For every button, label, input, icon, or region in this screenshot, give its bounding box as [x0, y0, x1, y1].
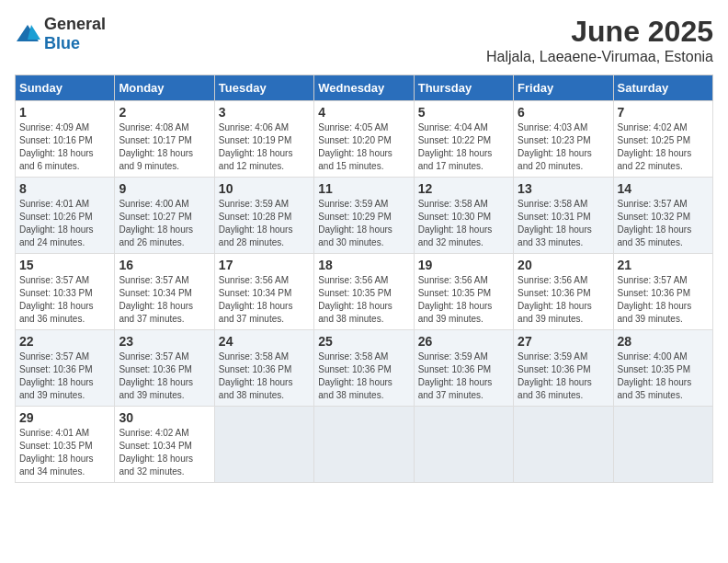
calendar-cell: 2Sunrise: 4:08 AMSunset: 10:17 PMDayligh… — [115, 101, 214, 178]
calendar-cell: 19Sunrise: 3:56 AMSunset: 10:35 PMDaylig… — [414, 254, 513, 330]
day-detail: Sunrise: 4:01 AMSunset: 10:26 PMDaylight… — [19, 198, 110, 249]
day-header-friday: Friday — [514, 75, 613, 101]
day-detail: Sunrise: 4:03 AMSunset: 10:23 PMDaylight… — [518, 121, 609, 173]
calendar-cell: 4Sunrise: 4:05 AMSunset: 10:20 PMDayligh… — [314, 101, 414, 178]
day-number: 25 — [318, 334, 409, 349]
day-header-sunday: Sunday — [16, 75, 115, 101]
day-detail: Sunrise: 3:57 AMSunset: 10:32 PMDaylight… — [618, 198, 709, 249]
calendar-cell: 7Sunrise: 4:02 AMSunset: 10:25 PMDayligh… — [613, 101, 712, 178]
main-title: June 2025 — [486, 15, 713, 49]
day-number: 21 — [618, 258, 709, 272]
day-number: 12 — [418, 181, 509, 196]
calendar-cell — [214, 407, 313, 483]
calendar-cell: 6Sunrise: 4:03 AMSunset: 10:23 PMDayligh… — [514, 101, 613, 178]
calendar-cell: 5Sunrise: 4:04 AMSunset: 10:22 PMDayligh… — [414, 101, 513, 178]
calendar-cell — [414, 407, 513, 483]
calendar-cell: 9Sunrise: 4:00 AMSunset: 10:27 PMDayligh… — [115, 178, 214, 254]
calendar-cell: 29Sunrise: 4:01 AMSunset: 10:35 PMDaylig… — [16, 407, 115, 483]
day-detail: Sunrise: 3:56 AMSunset: 10:35 PMDaylight… — [418, 274, 509, 326]
logo-icon — [15, 21, 40, 47]
day-number: 10 — [219, 181, 310, 196]
calendar-cell: 8Sunrise: 4:01 AMSunset: 10:26 PMDayligh… — [16, 178, 115, 254]
day-number: 23 — [119, 334, 210, 349]
calendar-cell: 3Sunrise: 4:06 AMSunset: 10:19 PMDayligh… — [214, 101, 313, 178]
day-number: 11 — [318, 181, 409, 196]
day-detail: Sunrise: 4:00 AMSunset: 10:27 PMDaylight… — [119, 198, 210, 249]
day-number: 19 — [418, 258, 509, 272]
calendar-cell: 10Sunrise: 3:59 AMSunset: 10:28 PMDaylig… — [214, 178, 313, 254]
calendar-cell: 1Sunrise: 4:09 AMSunset: 10:16 PMDayligh… — [16, 101, 115, 178]
day-number: 18 — [318, 258, 409, 272]
week-row-1: 1Sunrise: 4:09 AMSunset: 10:16 PMDayligh… — [16, 101, 713, 178]
day-number: 4 — [318, 105, 409, 120]
calendar-cell: 25Sunrise: 3:58 AMSunset: 10:36 PMDaylig… — [314, 330, 414, 407]
week-row-4: 22Sunrise: 3:57 AMSunset: 10:36 PMDaylig… — [16, 330, 713, 407]
calendar-cell: 27Sunrise: 3:59 AMSunset: 10:36 PMDaylig… — [514, 330, 613, 407]
day-detail: Sunrise: 3:57 AMSunset: 10:34 PMDaylight… — [119, 274, 210, 326]
day-detail: Sunrise: 4:08 AMSunset: 10:17 PMDaylight… — [119, 121, 210, 173]
day-detail: Sunrise: 3:56 AMSunset: 10:36 PMDaylight… — [518, 274, 609, 326]
day-detail: Sunrise: 3:58 AMSunset: 10:30 PMDaylight… — [418, 198, 509, 249]
day-number: 9 — [119, 181, 210, 196]
week-row-2: 8Sunrise: 4:01 AMSunset: 10:26 PMDayligh… — [16, 178, 713, 254]
day-detail: Sunrise: 4:02 AMSunset: 10:25 PMDaylight… — [618, 121, 709, 173]
calendar-cell: 20Sunrise: 3:56 AMSunset: 10:36 PMDaylig… — [514, 254, 613, 330]
day-number: 30 — [119, 410, 210, 425]
subtitle: Haljala, Laeaene-Virumaa, Estonia — [486, 49, 713, 65]
day-number: 7 — [618, 105, 709, 120]
logo-text: General Blue — [44, 15, 106, 53]
calendar-cell: 26Sunrise: 3:59 AMSunset: 10:36 PMDaylig… — [414, 330, 513, 407]
calendar-table: SundayMondayTuesdayWednesdayThursdayFrid… — [15, 75, 713, 483]
day-number: 15 — [19, 258, 110, 272]
day-number: 20 — [518, 258, 609, 272]
calendar-cell: 17Sunrise: 3:56 AMSunset: 10:34 PMDaylig… — [214, 254, 313, 330]
day-header-saturday: Saturday — [613, 75, 712, 101]
day-detail: Sunrise: 3:59 AMSunset: 10:36 PMDaylight… — [518, 350, 609, 402]
day-number: 27 — [518, 334, 609, 349]
day-number: 28 — [618, 334, 709, 349]
page-header: General Blue June 2025 Haljala, Laeaene-… — [15, 15, 713, 65]
day-number: 17 — [219, 258, 310, 272]
calendar-cell: 28Sunrise: 4:00 AMSunset: 10:35 PMDaylig… — [613, 330, 712, 407]
calendar-cell — [613, 407, 712, 483]
day-number: 24 — [219, 334, 310, 349]
day-detail: Sunrise: 4:02 AMSunset: 10:34 PMDaylight… — [119, 427, 210, 478]
day-header-monday: Monday — [115, 75, 214, 101]
day-detail: Sunrise: 3:59 AMSunset: 10:29 PMDaylight… — [318, 198, 409, 249]
calendar-cell: 21Sunrise: 3:57 AMSunset: 10:36 PMDaylig… — [613, 254, 712, 330]
calendar-cell: 15Sunrise: 3:57 AMSunset: 10:33 PMDaylig… — [16, 254, 115, 330]
calendar-cell: 14Sunrise: 3:57 AMSunset: 10:32 PMDaylig… — [613, 178, 712, 254]
day-number: 16 — [119, 258, 210, 272]
day-number: 22 — [19, 334, 110, 349]
calendar-cell: 22Sunrise: 3:57 AMSunset: 10:36 PMDaylig… — [16, 330, 115, 407]
day-detail: Sunrise: 4:06 AMSunset: 10:19 PMDaylight… — [219, 121, 310, 173]
day-detail: Sunrise: 3:58 AMSunset: 10:31 PMDaylight… — [518, 198, 609, 249]
calendar-cell: 18Sunrise: 3:56 AMSunset: 10:35 PMDaylig… — [314, 254, 414, 330]
day-number: 6 — [518, 105, 609, 120]
day-detail: Sunrise: 4:01 AMSunset: 10:35 PMDaylight… — [19, 427, 110, 478]
day-number: 29 — [19, 410, 110, 425]
calendar-cell: 23Sunrise: 3:57 AMSunset: 10:36 PMDaylig… — [115, 330, 214, 407]
logo-blue: Blue — [44, 34, 80, 52]
week-row-5: 29Sunrise: 4:01 AMSunset: 10:35 PMDaylig… — [16, 407, 713, 483]
day-detail: Sunrise: 3:58 AMSunset: 10:36 PMDaylight… — [219, 350, 310, 402]
day-number: 2 — [119, 105, 210, 120]
calendar-cell: 24Sunrise: 3:58 AMSunset: 10:36 PMDaylig… — [214, 330, 313, 407]
day-number: 8 — [19, 181, 110, 196]
calendar-cell — [314, 407, 414, 483]
day-detail: Sunrise: 4:09 AMSunset: 10:16 PMDaylight… — [19, 121, 110, 173]
calendar-cell: 13Sunrise: 3:58 AMSunset: 10:31 PMDaylig… — [514, 178, 613, 254]
day-number: 26 — [418, 334, 509, 349]
week-row-3: 15Sunrise: 3:57 AMSunset: 10:33 PMDaylig… — [16, 254, 713, 330]
day-detail: Sunrise: 3:57 AMSunset: 10:33 PMDaylight… — [19, 274, 110, 326]
day-detail: Sunrise: 3:57 AMSunset: 10:36 PMDaylight… — [618, 274, 709, 326]
day-header-wednesday: Wednesday — [314, 75, 414, 101]
day-detail: Sunrise: 3:57 AMSunset: 10:36 PMDaylight… — [19, 350, 110, 402]
logo-general: General — [44, 15, 106, 33]
calendar-cell: 12Sunrise: 3:58 AMSunset: 10:30 PMDaylig… — [414, 178, 513, 254]
calendar-cell: 30Sunrise: 4:02 AMSunset: 10:34 PMDaylig… — [115, 407, 214, 483]
calendar-cell: 16Sunrise: 3:57 AMSunset: 10:34 PMDaylig… — [115, 254, 214, 330]
day-detail: Sunrise: 3:59 AMSunset: 10:36 PMDaylight… — [418, 350, 509, 402]
day-number: 3 — [219, 105, 310, 120]
day-detail: Sunrise: 4:00 AMSunset: 10:35 PMDaylight… — [618, 350, 709, 402]
